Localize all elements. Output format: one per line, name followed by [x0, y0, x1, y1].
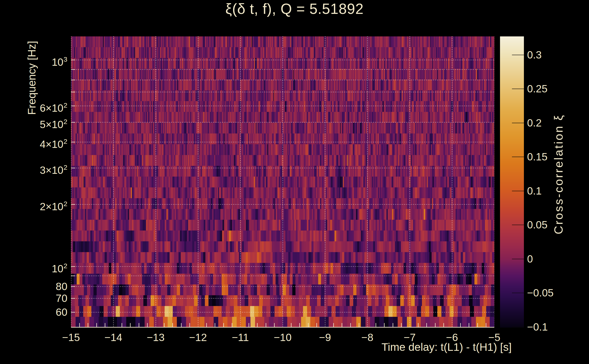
colorbar-tick-label: −0.05	[527, 287, 554, 299]
y-tick-label: 5×102	[0, 116, 67, 130]
colorbar-tick-label: 0.3	[527, 49, 542, 61]
y-tick-label: 2×102	[0, 198, 67, 213]
colorbar-gradient	[500, 36, 524, 328]
colorbar-tick-label: 0	[527, 253, 533, 265]
x-tick-label: −15	[51, 331, 92, 344]
colorbar-tick-label: 0.25	[527, 83, 548, 95]
x-tick-label: −11	[220, 331, 261, 344]
heatmap-canvas	[71, 36, 494, 328]
y-tick-label: 60	[0, 306, 67, 318]
colorbar-tick-label: 0.1	[527, 185, 542, 197]
plot-title: ξ(δ t, f), Q = 5.51892	[0, 0, 589, 17]
x-axis-label: Time delay: t(L1) - t(H1) [s]	[381, 341, 512, 353]
x-tick-label: −13	[135, 331, 176, 344]
y-tick-label: 80	[0, 280, 67, 292]
y-tick-label: 103	[0, 54, 67, 68]
colorbar-tick-label: 0.2	[527, 117, 542, 129]
y-tick-label: 102	[0, 260, 67, 275]
figure-canvas-area: ξ(δ t, f), Q = 5.51892 Frequency [Hz] 10…	[0, 0, 589, 364]
colorbar-label: Cross-correlation ξ	[552, 34, 566, 234]
y-tick-label: 3×102	[0, 162, 67, 176]
x-tick-label: −9	[305, 331, 346, 344]
colorbar-tick-label: 0.15	[527, 151, 548, 163]
y-tick-label: 6×102	[0, 100, 67, 114]
x-tick-label: −12	[177, 331, 218, 344]
y-tick-label: 70	[0, 292, 67, 304]
x-tick-label: −14	[93, 331, 134, 344]
colorbar-tick-label: 0.05	[527, 219, 548, 231]
colorbar-tick-label: −0.1	[527, 321, 548, 333]
x-tick-label: −10	[262, 331, 303, 344]
y-tick-label: 4×102	[0, 136, 67, 150]
